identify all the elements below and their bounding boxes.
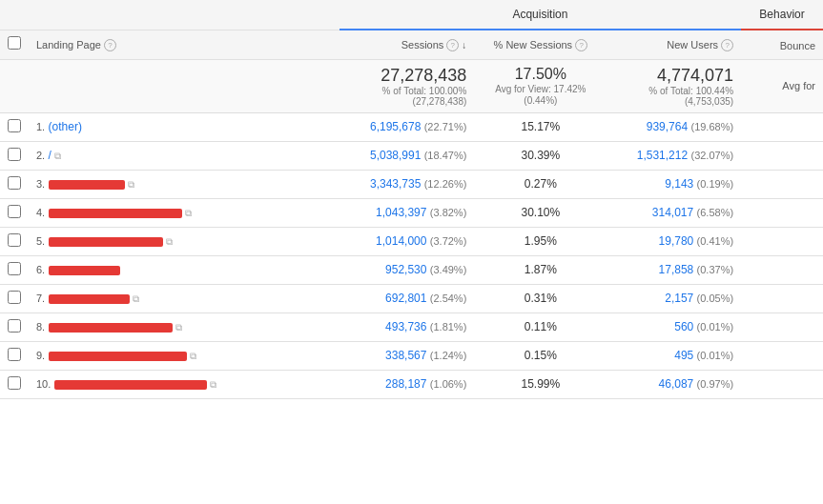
external-link-icon[interactable]: ⧉	[54, 151, 61, 161]
new-sessions-value: 0.27%	[525, 177, 557, 191]
bounce-cell	[741, 141, 823, 170]
sessions-value[interactable]: 3,343,735	[370, 177, 421, 191]
new-users-column-header[interactable]: New Users ?	[607, 30, 741, 59]
bounce-column-header[interactable]: Bounce	[741, 30, 823, 59]
new-users-value[interactable]: 560	[674, 320, 693, 333]
sessions-sort-icon[interactable]: ↓	[462, 40, 466, 50]
row-checkbox-cell[interactable]	[0, 284, 29, 312]
row-checkbox-input[interactable]	[8, 148, 21, 161]
select-all-checkbox[interactable]	[8, 36, 21, 50]
new-users-value[interactable]: 19,780	[659, 234, 694, 248]
behavior-group-header: Behavior	[741, 0, 823, 30]
row-checkbox-input[interactable]	[8, 348, 21, 361]
new-users-pct: (0.97%)	[697, 378, 734, 390]
landing-page-cell: 2. / ⧉	[29, 141, 339, 170]
sessions-cell: 3,343,735 (12.26%)	[339, 170, 475, 198]
sessions-value[interactable]: 1,014,000	[376, 234, 426, 248]
row-checkbox-input[interactable]	[8, 176, 21, 190]
table-row: 2. / ⧉5,038,991 (18.47%)30.39%1,531,212 …	[0, 141, 823, 170]
sessions-value[interactable]: 288,187	[385, 377, 426, 391]
sessions-label: Sessions	[401, 39, 444, 50]
totals-checkbox-cell	[0, 59, 29, 112]
sessions-cell: 1,014,000 (3.72%)	[339, 227, 475, 255]
new-users-value[interactable]: 9,143	[665, 177, 693, 191]
new-users-value[interactable]: 2,157	[665, 292, 693, 305]
new-users-cell: 560 (0.01%)	[607, 312, 741, 341]
new-sessions-help-icon[interactable]: ?	[575, 39, 587, 51]
landing-page-cell: 4. ⧉	[29, 198, 339, 227]
new-users-pct: (0.37%)	[697, 264, 734, 275]
row-checkbox-input[interactable]	[8, 376, 21, 390]
sessions-pct: (12.26%)	[424, 178, 467, 190]
sessions-cell: 1,043,397 (3.82%)	[339, 198, 475, 227]
row-checkbox-input[interactable]	[8, 291, 21, 304]
row-checkbox-cell[interactable]	[0, 312, 29, 341]
external-link-icon[interactable]: ⧉	[210, 379, 216, 390]
row-checkbox-input[interactable]	[8, 262, 21, 275]
sessions-value[interactable]: 338,567	[385, 349, 426, 362]
sessions-help-icon[interactable]: ?	[446, 39, 459, 51]
external-link-icon[interactable]: ⧉	[185, 208, 192, 218]
sessions-value[interactable]: 493,736	[385, 320, 426, 333]
new-sessions-cell: 0.27%	[474, 170, 607, 198]
landing-page-link[interactable]: /	[49, 149, 51, 162]
new-users-pct: (6.58%)	[697, 207, 734, 218]
landing-page-link[interactable]: (other)	[49, 120, 82, 133]
totals-landing-cell	[29, 59, 339, 112]
external-link-icon[interactable]: ⧉	[133, 293, 139, 304]
row-checkbox-input[interactable]	[8, 119, 21, 132]
new-users-value[interactable]: 495	[674, 349, 693, 362]
sessions-pct: (1.06%)	[430, 378, 467, 390]
row-checkbox-cell[interactable]	[0, 341, 29, 370]
sessions-value[interactable]: 952,530	[385, 263, 426, 276]
new-users-pct: (32.07%)	[690, 150, 733, 161]
select-all-checkbox-th[interactable]	[0, 30, 29, 59]
new-users-help-icon[interactable]: ?	[721, 39, 733, 51]
external-link-icon[interactable]: ⧉	[166, 236, 173, 247]
new-users-value[interactable]: 17,858	[659, 263, 694, 276]
new-users-cell: 17,858 (0.37%)	[607, 255, 741, 284]
landing-page-label: Landing Page	[36, 39, 101, 50]
totals-bounce-cell: Avg for	[741, 59, 823, 112]
redacted-bar	[49, 352, 187, 361]
row-checkbox-cell[interactable]	[0, 170, 29, 198]
table-row: 6. 952,530 (3.49%)1.87%17,858 (0.37%)	[0, 255, 823, 284]
sessions-column-header[interactable]: Sessions ? ↓	[339, 30, 475, 59]
sessions-value[interactable]: 1,043,397	[376, 206, 426, 219]
row-checkbox-cell[interactable]	[0, 112, 29, 141]
row-number: 8.	[36, 321, 45, 333]
row-checkbox-input[interactable]	[8, 233, 21, 247]
new-users-value[interactable]: 939,764	[647, 120, 688, 133]
external-link-icon[interactable]: ⧉	[190, 351, 196, 361]
new-sessions-column-header[interactable]: % New Sessions ?	[474, 30, 607, 59]
new-users-value[interactable]: 46,087	[659, 377, 694, 391]
table-row: 4. ⧉1,043,397 (3.82%)30.10%314,017 (6.58…	[0, 198, 823, 227]
bounce-cell	[741, 284, 823, 312]
new-sessions-cell: 0.15%	[474, 341, 607, 370]
bounce-cell	[741, 112, 823, 141]
redacted-bar	[54, 380, 207, 390]
row-checkbox-cell[interactable]	[0, 198, 29, 227]
sessions-value[interactable]: 692,801	[385, 292, 426, 305]
row-checkbox-cell[interactable]	[0, 370, 29, 398]
new-users-pct: (0.01%)	[697, 321, 734, 333]
row-checkbox-input[interactable]	[8, 205, 21, 218]
sessions-value[interactable]: 5,038,991	[370, 149, 421, 162]
new-users-value[interactable]: 1,531,212	[637, 149, 688, 162]
new-users-value[interactable]: 314,017	[652, 206, 693, 219]
new-sessions-value: 1.95%	[525, 234, 557, 248]
new-users-pct: (0.05%)	[697, 292, 734, 304]
acquisition-group-header: Acquisition	[339, 0, 741, 30]
external-link-icon[interactable]: ⧉	[175, 322, 182, 333]
row-checkbox-input[interactable]	[8, 319, 21, 333]
sessions-value[interactable]: 6,195,678	[370, 120, 421, 133]
external-link-icon[interactable]: ⧉	[128, 179, 134, 190]
row-checkbox-cell[interactable]	[0, 227, 29, 255]
row-checkbox-cell[interactable]	[0, 255, 29, 284]
redacted-bar	[49, 209, 182, 218]
new-users-cell: 314,017 (6.58%)	[607, 198, 741, 227]
new-users-cell: 2,157 (0.05%)	[607, 284, 741, 312]
row-checkbox-cell[interactable]	[0, 141, 29, 170]
row-number: 7.	[36, 292, 45, 304]
landing-page-help-icon[interactable]: ?	[104, 39, 116, 51]
